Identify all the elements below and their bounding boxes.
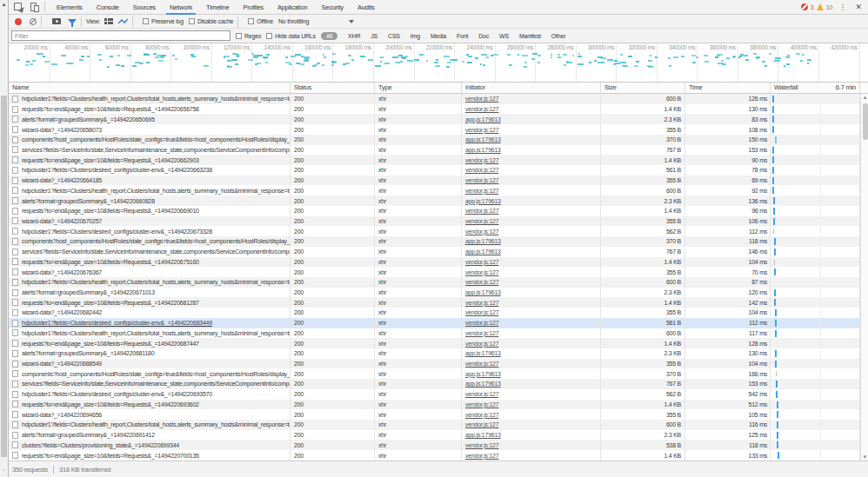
filter-type-xhr[interactable]: XHR <box>343 33 365 39</box>
request-row[interactable]: services?fields=ServiceInfo/state,Servic… <box>9 247 860 257</box>
initiator-link[interactable]: vendor.js:127 <box>465 229 498 235</box>
initiator-link[interactable]: vendor.js:127 <box>465 330 498 336</box>
initiator-link[interactable]: vendor.js:127 <box>465 208 498 214</box>
request-initiator[interactable]: app.js:179613 <box>462 145 601 156</box>
scroll-up-icon[interactable]: ▲ <box>861 95 868 100</box>
request-initiator[interactable]: app.js:179613 <box>462 114 601 124</box>
request-initiator[interactable]: vendor.js:127 <box>462 155 601 165</box>
filter-funnel-icon[interactable] <box>68 19 77 24</box>
request-initiator[interactable]: vendor.js:127 <box>462 450 601 460</box>
tab-elements[interactable]: Elements <box>50 0 90 15</box>
request-initiator[interactable]: vendor.js:127 <box>462 389 601 400</box>
request-row[interactable]: hdpcluster1?fields=Clusters/health_repor… <box>9 420 860 430</box>
initiator-link[interactable]: vendor.js:127 <box>465 157 498 163</box>
request-initiator[interactable]: vendor.js:127 <box>462 267 601 277</box>
request-name[interactable]: requests?to=end&page_size=10&fields=Requ… <box>9 257 290 268</box>
request-row[interactable]: wizard-data?_=1494220670257200xhrvendor.… <box>9 216 860 227</box>
request-name[interactable]: alerts?format=groupedSummary&_=149422068… <box>9 348 290 359</box>
initiator-link[interactable]: vendor.js:127 <box>465 167 498 173</box>
request-initiator[interactable]: app.js:179613 <box>462 135 601 145</box>
request-name[interactable]: hdpcluster1?fields=Clusters/desired_conf… <box>9 165 290 176</box>
initiator-link[interactable]: vendor.js:127 <box>465 218 498 224</box>
request-row[interactable]: hdpcluster1?fields=Clusters/health_repor… <box>9 94 860 104</box>
initiator-link[interactable]: app.js:179613 <box>465 248 501 255</box>
request-row[interactable]: services?fields=ServiceInfo/state,Servic… <box>9 145 860 156</box>
preserve-log-checkbox[interactable] <box>143 18 149 24</box>
request-row[interactable]: hdpcluster1?fields=Clusters/desired_conf… <box>9 389 860 400</box>
request-row[interactable]: hdpcluster1?fields=Clusters/health_repor… <box>9 277 860 288</box>
initiator-link[interactable]: vendor.js:127 <box>465 106 498 112</box>
request-name[interactable]: components?host_components/HostRoles/sta… <box>9 368 290 379</box>
request-row[interactable]: hdpcluster1?fields=Clusters/health_repor… <box>9 185 860 195</box>
request-initiator[interactable]: app.js:179613 <box>462 236 601 247</box>
request-initiator[interactable]: app.js:179613 <box>462 247 601 257</box>
request-row[interactable]: requests?to=end&page_size=10&fields=Requ… <box>9 206 860 216</box>
throttling-select[interactable]: No throttling <box>278 18 309 24</box>
request-row[interactable]: requests?to=end&page_size=10&fields=Requ… <box>9 400 860 410</box>
request-row[interactable]: wizard-data?_=1494220676367200xhrvendor.… <box>9 267 860 277</box>
filter-type-all[interactable]: All <box>321 32 337 40</box>
initiator-link[interactable]: vendor.js:127 <box>465 412 498 418</box>
column-header-size[interactable]: Size <box>601 83 685 94</box>
request-initiator[interactable]: vendor.js:127 <box>462 104 601 115</box>
request-name[interactable]: alerts?format=groupedSummary&_=149422066… <box>9 195 290 206</box>
request-name[interactable]: requests?to=end&page_size=10&fields=Requ… <box>9 104 290 115</box>
request-row[interactable]: components?host_components/HostRoles/sta… <box>9 368 860 379</box>
filter-type-css[interactable]: CSS <box>383 33 405 39</box>
request-initiator[interactable]: vendor.js:127 <box>462 216 601 227</box>
initiator-link[interactable]: app.js:179613 <box>465 289 501 295</box>
request-name[interactable]: wizard-data?_=1494220676367 <box>9 267 290 277</box>
request-row[interactable]: wizard-data?_=1494220688549200xhrvendor.… <box>9 359 860 369</box>
tab-audits[interactable]: Audits <box>351 0 382 15</box>
tab-network[interactable]: Network <box>163 0 199 15</box>
request-initiator[interactable]: app.js:179613 <box>462 348 601 359</box>
request-name[interactable]: hdpcluster1?fields=Clusters/health_repor… <box>9 94 290 104</box>
request-name[interactable]: requests?to=end&page_size=10&fields=Requ… <box>9 450 290 460</box>
request-name[interactable]: hdpcluster1?fields=Clusters/health_repor… <box>9 185 290 195</box>
tab-console[interactable]: Console <box>90 0 126 15</box>
initiator-link[interactable]: app.js:179613 <box>465 371 501 377</box>
record-button[interactable] <box>15 18 22 25</box>
more-options-icon[interactable]: ⋮ <box>835 3 850 11</box>
page-scrollbar-thumb[interactable] <box>1 96 7 457</box>
request-name[interactable]: requests?to=end&page_size=10&fields=Requ… <box>9 338 290 348</box>
scroll-up-icon[interactable]: ▲ <box>0 1 8 9</box>
request-initiator[interactable]: app.js:179613 <box>462 195 601 206</box>
request-row[interactable]: wizard-data?_=1494220658073200xhrvendor.… <box>9 124 860 135</box>
column-header-waterfall[interactable]: Waterfall6.7 min <box>771 83 860 94</box>
chevron-down-icon[interactable] <box>349 20 354 23</box>
initiator-link[interactable]: vendor.js:127 <box>465 127 498 133</box>
regex-checkbox[interactable] <box>236 33 242 39</box>
clear-button[interactable] <box>30 18 37 25</box>
request-initiator[interactable]: vendor.js:127 <box>462 94 601 104</box>
request-row[interactable]: components?host_components/HostRoles/sta… <box>9 236 860 247</box>
filter-type-media[interactable]: Media <box>425 33 451 39</box>
request-name[interactable]: clusters?fields=Clusters/provisioning_st… <box>9 440 290 450</box>
initiator-link[interactable]: app.js:179613 <box>465 381 501 387</box>
request-initiator[interactable]: vendor.js:127 <box>462 409 601 420</box>
tab-security[interactable]: Security <box>314 0 351 15</box>
request-row[interactable]: clusters?fields=Clusters/provisioning_st… <box>9 440 860 450</box>
column-header-type[interactable]: Type <box>375 83 462 94</box>
initiator-link[interactable]: vendor.js:127 <box>465 453 498 459</box>
tab-application[interactable]: Application <box>270 0 315 15</box>
request-row[interactable]: requests?to=end&page_size=10&fields=Requ… <box>9 257 860 268</box>
tab-timeline[interactable]: Timeline <box>199 0 236 15</box>
request-row[interactable]: hdpcluster1?fields=Clusters/desired_conf… <box>9 226 860 236</box>
tab-sources[interactable]: Sources <box>126 0 163 15</box>
request-name[interactable]: components?host_components/HostRoles/sta… <box>9 135 290 145</box>
request-name[interactable]: requests?to=end&page_size=10&fields=Requ… <box>9 155 290 165</box>
request-name[interactable]: wizard-data?_=1494220664185 <box>9 176 290 186</box>
request-name[interactable]: hdpcluster1?fields=Clusters/desired_conf… <box>9 226 290 236</box>
initiator-link[interactable]: vendor.js:127 <box>465 320 498 326</box>
page-scrollbar[interactable]: ▲ ⌄ <box>0 0 8 477</box>
initiator-link[interactable]: app.js:179613 <box>465 432 501 438</box>
network-overview[interactable]: 20000 ms40000 ms60000 ms80000 ms100000 m… <box>9 43 868 83</box>
request-row[interactable]: requests?to=end&page_size=10&fields=Requ… <box>9 338 860 348</box>
initiator-link[interactable]: vendor.js:127 <box>465 442 498 448</box>
initiator-link[interactable]: vendor.js:127 <box>465 188 498 194</box>
request-initiator[interactable]: vendor.js:127 <box>462 400 601 410</box>
filter-type-doc[interactable]: Doc <box>473 33 494 39</box>
initiator-link[interactable]: vendor.js:127 <box>465 421 498 427</box>
request-name[interactable]: components?host_components/HostRoles/sta… <box>9 236 290 247</box>
